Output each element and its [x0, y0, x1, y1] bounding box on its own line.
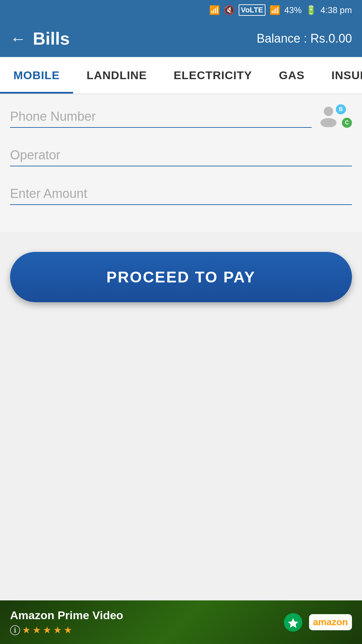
- form-section: B C: [0, 94, 362, 232]
- svg-marker-2: [288, 618, 298, 628]
- info-icon: ℹ: [10, 625, 20, 635]
- balance-display: Balance : Rs.0.00: [257, 32, 352, 46]
- star-3: ★: [43, 625, 51, 636]
- svg-point-0: [324, 107, 333, 116]
- amazon-logo: amazon: [309, 614, 352, 630]
- battery-percentage: 43%: [284, 5, 302, 15]
- time-display: 4:38 pm: [320, 5, 352, 15]
- battery-icon: 🔋: [306, 5, 316, 15]
- phone-number-row: B C: [10, 104, 352, 128]
- app-bar-left: ← Bills: [10, 29, 70, 49]
- app-bar: ← Bills Balance : Rs.0.00: [0, 20, 362, 57]
- star-1: ★: [22, 625, 31, 636]
- amount-input[interactable]: [10, 183, 352, 205]
- tab-electricity[interactable]: ELECTRICITY: [160, 57, 265, 94]
- back-button[interactable]: ←: [10, 30, 26, 48]
- page-title: Bills: [33, 29, 70, 49]
- ad-title: Amazon Prime Video: [10, 609, 123, 622]
- contact-picker-icon[interactable]: B C: [318, 104, 352, 128]
- badge-b: B: [336, 104, 346, 114]
- lte-icon: VoLTE: [239, 4, 265, 16]
- proceed-button-container: PROCEED TO PAY: [0, 232, 362, 316]
- operator-input[interactable]: [10, 145, 352, 166]
- wifi-icon: 📶: [269, 5, 280, 15]
- ad-left-content: Amazon Prime Video ℹ ★ ★ ★ ★ ★: [10, 609, 123, 636]
- tab-landline[interactable]: LANDLINE: [73, 57, 160, 94]
- tab-insurance[interactable]: INSURAN...: [318, 57, 362, 94]
- badge-c: C: [342, 118, 352, 128]
- tab-mobile[interactable]: MOBILE: [0, 57, 73, 94]
- star-2: ★: [33, 625, 41, 636]
- amount-group: [10, 183, 352, 205]
- svg-point-1: [320, 118, 337, 127]
- ad-right-content: amazon: [284, 613, 352, 632]
- mute-icon: 🔇: [224, 5, 235, 15]
- proceed-to-pay-button[interactable]: PROCEED TO PAY: [10, 252, 352, 302]
- tabs-container: MOBILE LANDLINE ELECTRICITY GAS INSURAN.…: [0, 57, 362, 94]
- ad-banner: Amazon Prime Video ℹ ★ ★ ★ ★ ★ amazon: [0, 600, 362, 644]
- operator-group: [10, 145, 352, 166]
- sim-card-icon: 📶: [209, 5, 220, 15]
- prime-logo-icon: [284, 613, 302, 632]
- star-4: ★: [53, 625, 62, 636]
- status-bar: 📶 🔇 VoLTE 📶 43% 🔋 4:38 pm: [0, 0, 362, 20]
- amazon-logo-text: amazon: [313, 617, 348, 628]
- person-silhouette-icon: [318, 105, 339, 127]
- phone-number-group: [10, 106, 312, 128]
- stars-row: ℹ ★ ★ ★ ★ ★: [10, 625, 123, 636]
- phone-number-input[interactable]: [10, 106, 312, 128]
- tab-gas[interactable]: GAS: [265, 57, 318, 94]
- star-half: ★: [64, 625, 72, 636]
- status-bar-content: 📶 🔇 VoLTE 📶 43% 🔋 4:38 pm: [209, 4, 352, 16]
